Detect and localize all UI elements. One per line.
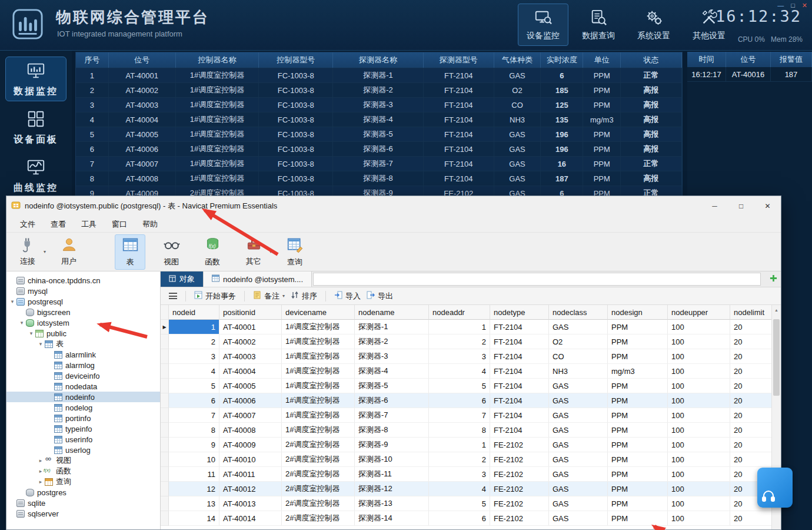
column-header-nodelimit[interactable]: nodelimit <box>730 305 773 320</box>
table-row[interactable]: 9 AT-40009 2#调度室控制器 探测器-9 1 FE-2102 GAS … <box>161 438 773 452</box>
cell-devicename[interactable]: 1#调度室控制器 <box>282 349 355 364</box>
row-selector[interactable] <box>161 496 169 511</box>
table-row[interactable]: 13 AT-40013 2#调度室控制器 探测器-13 5 FE-2102 GA… <box>161 496 773 511</box>
cell-devicename[interactable]: 2#调度室控制器 <box>282 511 355 526</box>
tree-item[interactable]: nodedata <box>6 381 160 392</box>
cell-nodeupper[interactable]: 100 <box>668 320 730 334</box>
cell-devicename[interactable]: 1#调度室控制器 <box>282 379 355 393</box>
cell-nodesign[interactable]: PPM <box>608 320 668 334</box>
minimize-button[interactable]: — <box>777 2 784 9</box>
cell-nodeaddr[interactable]: 5 <box>429 379 490 393</box>
cell-devicename[interactable]: 2#调度室控制器 <box>282 482 355 496</box>
cell-nodelimit[interactable]: 20 <box>730 511 773 526</box>
cell-nodename[interactable]: 探测器-11 <box>355 467 429 482</box>
toolbar-query-button[interactable]: 查询 <box>279 234 310 270</box>
cell-nodeid[interactable]: 5 <box>169 379 219 393</box>
cell-nodeclass[interactable]: GAS <box>549 452 608 467</box>
cell-nodeid[interactable]: 12 <box>169 482 219 496</box>
cell-nodeclass[interactable]: NH3 <box>549 364 608 379</box>
cell-positionid[interactable]: AT-40011 <box>219 467 282 482</box>
close-button[interactable]: ✕ <box>802 2 807 9</box>
cell-nodetype[interactable]: FE-2102 <box>490 482 549 496</box>
cell-nodeaddr[interactable]: 5 <box>429 496 490 511</box>
cell-nodesign[interactable]: PPM <box>608 467 668 482</box>
row-selector[interactable] <box>161 334 169 349</box>
tree-item[interactable]: iotsystem <box>6 317 160 328</box>
cell-nodename[interactable]: 探测器-14 <box>355 511 429 526</box>
cell-nodetype[interactable]: FT-2104 <box>490 423 549 438</box>
cell-nodename[interactable]: 探测器-12 <box>355 482 429 496</box>
cell-nodeaddr[interactable]: 8 <box>429 423 490 438</box>
row-selector[interactable] <box>161 379 169 393</box>
cell-nodeclass[interactable]: GAS <box>549 320 608 334</box>
import-button[interactable]: 导入 <box>334 291 361 302</box>
cell-nodeclass[interactable]: CO <box>549 349 608 364</box>
menu-item[interactable]: 工具 <box>74 216 104 232</box>
cell-nodeclass[interactable]: GAS <box>549 408 608 423</box>
cell-nodesign[interactable]: PPM <box>608 408 668 423</box>
tree-item[interactable]: mysql <box>6 286 160 296</box>
cell-nodesign[interactable]: PPM <box>608 334 668 349</box>
tree-expand-arrow[interactable] <box>37 479 44 485</box>
new-tab-button[interactable] <box>766 271 781 287</box>
table-row[interactable]: 7 AT-40007 1#调度室控制器 FC-1003-8 探测器-7 FT-2… <box>76 156 682 171</box>
cell-nodename[interactable]: 探测器-8 <box>355 423 429 438</box>
cell-nodeid[interactable]: 6 <box>169 393 219 408</box>
cell-nodename[interactable]: 探测器-13 <box>355 496 429 511</box>
cell-nodelimit[interactable]: 20 <box>730 438 773 452</box>
row-selector[interactable] <box>161 320 169 334</box>
tab-nodeinfo[interactable]: nodeinfo @iotsystem.... <box>203 271 312 287</box>
nav-system-settings[interactable]: 系统设置 <box>628 4 679 46</box>
cell-nodelimit[interactable]: 20 <box>730 452 773 467</box>
cell-devicename[interactable]: 2#调度室控制器 <box>282 438 355 452</box>
tree-item[interactable]: public <box>6 328 160 339</box>
nav-data-query[interactable]: 数据查询 <box>573 4 624 46</box>
sidebar-item-device-panel[interactable]: 设备面板 <box>5 105 66 150</box>
cell-positionid[interactable]: AT-40012 <box>219 482 282 496</box>
cell-nodeaddr[interactable]: 6 <box>429 511 490 526</box>
cell-nodelimit[interactable]: 20 <box>730 423 773 438</box>
scrollbar-thumb[interactable] <box>773 319 780 396</box>
cell-nodename[interactable]: 探测器-9 <box>355 438 429 452</box>
table-row[interactable]: 2 AT-40002 1#调度室控制器 FC-1003-8 探测器-2 FT-2… <box>76 82 682 97</box>
cell-devicename[interactable]: 1#调度室控制器 <box>282 334 355 349</box>
chevron-down-icon[interactable]: ▾ <box>269 249 272 254</box>
cell-nodeaddr[interactable]: 7 <box>429 408 490 423</box>
column-header-nodeclass[interactable]: nodeclass <box>549 305 608 320</box>
cell-nodeupper[interactable]: 100 <box>668 496 730 511</box>
tree-item[interactable]: userinfo <box>6 434 160 445</box>
cell-nodeaddr[interactable]: 2 <box>429 452 490 467</box>
table-row[interactable]: 2 AT-40002 1#调度室控制器 探测器-2 2 FT-2104 O2 P… <box>161 334 773 349</box>
cell-devicename[interactable]: 2#调度室控制器 <box>282 452 355 467</box>
row-selector[interactable] <box>161 364 169 379</box>
cell-nodetype[interactable]: FE-2102 <box>490 438 549 452</box>
menu-icon[interactable] <box>169 293 177 299</box>
cell-nodeaddr[interactable]: 4 <box>429 364 490 379</box>
toolbar-table-button[interactable]: 表 <box>115 234 145 270</box>
cell-nodeclass[interactable]: GAS <box>549 482 608 496</box>
cell-nodeid[interactable]: 10 <box>169 452 219 467</box>
cell-nodeaddr[interactable]: 2 <box>429 334 490 349</box>
cell-nodeaddr[interactable]: 3 <box>429 349 490 364</box>
cell-nodelimit[interactable]: 20 <box>730 364 773 379</box>
tree-item[interactable]: postgresql <box>6 296 160 307</box>
cell-nodeclass[interactable]: GAS <box>549 393 608 408</box>
cell-nodeid[interactable]: 4 <box>169 364 219 379</box>
cell-nodesign[interactable]: PPM <box>608 393 668 408</box>
memo-button[interactable]: 备注 ▾ <box>253 291 285 302</box>
cell-positionid[interactable]: AT-40003 <box>219 349 282 364</box>
cell-nodeaddr[interactable]: 1 <box>429 438 490 452</box>
cell-nodeid[interactable]: 1 <box>169 320 219 334</box>
row-selector[interactable] <box>161 452 169 467</box>
table-row[interactable]: 5 AT-40005 1#调度室控制器 探测器-5 5 FT-2104 GAS … <box>161 379 773 393</box>
cell-nodeclass[interactable]: GAS <box>549 438 608 452</box>
table-row[interactable]: 14 AT-40014 2#调度室控制器 探测器-14 6 FE-2102 GA… <box>161 511 773 526</box>
cell-nodesign[interactable]: PPM <box>608 496 668 511</box>
tree-expand-arrow[interactable] <box>37 341 44 347</box>
cell-nodeid[interactable]: 2 <box>169 334 219 349</box>
column-header-nodetype[interactable]: nodetype <box>490 305 549 320</box>
tree-item[interactable]: postgres <box>6 487 160 498</box>
cell-positionid[interactable]: AT-40014 <box>219 511 282 526</box>
cell-nodeaddr[interactable]: 6 <box>429 393 490 408</box>
cell-nodeupper[interactable]: 100 <box>668 482 730 496</box>
